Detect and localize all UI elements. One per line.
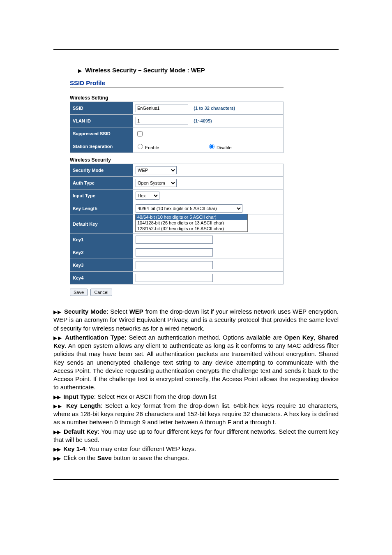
row-key3: Key3: [70, 259, 284, 272]
wireless-security-table: Security Mode WEP Auth Type Open System: [70, 164, 284, 284]
desc-text: : Select: [106, 308, 129, 315]
label-input-type: Input Type: [70, 190, 133, 202]
save-button[interactable]: Save: [70, 289, 88, 296]
desc-key14-label: Key 1-4: [62, 445, 85, 452]
desc-text: Select an authentication method. Options…: [127, 334, 284, 341]
key3-input[interactable]: [136, 261, 213, 269]
key-length-dropdown-list: 40/64-bit (10 hex digits or 5 ASCII char…: [135, 214, 248, 232]
desc-text: : You may enter four different WEP keys.: [85, 445, 196, 452]
desc-openkey-bold: Open Key: [284, 334, 314, 341]
desc-text: . An open system allows any client to au…: [53, 342, 339, 391]
row-auth-type: Auth Type Open System: [70, 177, 284, 190]
vlanid-note: (1~4095): [194, 118, 212, 123]
key2-input[interactable]: [136, 248, 213, 257]
arrow-right-icon: ▶: [78, 68, 82, 74]
desc-security-mode-label: Security Mode: [62, 308, 106, 315]
key4-input[interactable]: [136, 274, 213, 282]
desc-wep-bold: WEP: [129, 308, 143, 315]
label-key3: Key3: [70, 259, 133, 272]
ssid-note: (1 to 32 characters): [194, 106, 235, 111]
row-ssid: SSID (1 to 32 characters): [70, 102, 284, 115]
label-suppressed: Suppressed SSID: [70, 127, 133, 140]
label-ssid: SSID: [70, 102, 133, 115]
wireless-setting-header: Wireless Setting: [70, 95, 284, 101]
desc-default-key-label: Default Key: [62, 428, 98, 435]
key-length-select[interactable]: 40/64-bit (10 hex digits or 5 ASCII char…: [136, 204, 242, 213]
label-key-length: Key Length: [70, 202, 133, 215]
label-vlanid: VLAN ID: [70, 115, 133, 127]
desc-text: ,: [314, 334, 318, 341]
separation-disable-radio[interactable]: [209, 144, 214, 149]
separation-disable-label: Disable: [217, 145, 232, 150]
key-length-option-0[interactable]: 40/64-bit (10 hex digits or 5 ASCII char…: [136, 214, 247, 220]
arrow-double-icon: ▶▶: [53, 456, 61, 461]
row-input-type: Input Type Hex: [70, 190, 284, 202]
label-security-mode: Security Mode: [70, 164, 133, 177]
section-heading-text: Wireless Security – Security Mode : WEP: [85, 67, 205, 74]
input-type-select[interactable]: Hex: [136, 192, 159, 200]
row-suppressed: Suppressed SSID: [70, 127, 284, 140]
wireless-setting-table: SSID (1 to 32 characters) VLAN ID (1~409…: [70, 102, 284, 153]
arrow-double-icon: ▶▶: [53, 394, 61, 400]
arrow-double-icon: ▶▶: [53, 309, 61, 315]
auth-type-select[interactable]: Open System: [136, 179, 177, 187]
cancel-button[interactable]: Cancel: [90, 289, 112, 296]
row-key4: Key4: [70, 272, 284, 284]
label-default-key: Default Key: [70, 215, 133, 234]
description-block: ▶▶ Security Mode: Select WEP from the dr…: [53, 308, 339, 462]
separation-enable-label: Enable: [145, 145, 159, 150]
arrow-double-icon: ▶▶: [53, 429, 61, 435]
label-key2: Key2: [70, 246, 133, 259]
desc-save-bold: Save: [97, 454, 112, 461]
ssid-profile-panel: SSID Profile Wireless Setting SSID (1 to…: [70, 79, 284, 296]
bottom-divider: [53, 479, 339, 480]
key-length-option-1[interactable]: 104/128-bit (26 hex digits or 13 ASCII c…: [136, 220, 247, 226]
label-key1: Key1: [70, 234, 133, 246]
arrow-double-icon: ▶▶: [53, 446, 61, 452]
arrow-double-icon: ▶▶: [53, 335, 62, 341]
desc-text: Click on the: [62, 454, 97, 461]
row-separation: Station Separation Enable Disable: [70, 140, 284, 153]
row-key1: Key1: [70, 234, 284, 246]
row-key2: Key2: [70, 246, 284, 259]
key1-input[interactable]: [136, 236, 213, 244]
desc-input-type-label: Input Type: [62, 393, 94, 400]
row-key-length: Key Length 40/64-bit (10 hex digits or 5…: [70, 202, 284, 215]
wireless-security-header: Wireless Security: [70, 157, 284, 163]
desc-auth-type-label: Authentication Type:: [63, 334, 127, 341]
desc-text: : Select Hex or ASCII from the drop-down…: [94, 393, 217, 400]
row-security-mode: Security Mode WEP: [70, 164, 284, 177]
label-key4: Key4: [70, 272, 133, 284]
section-heading: ▶ Wireless Security – Security Mode : WE…: [53, 67, 339, 74]
label-separation: Station Separation: [70, 140, 133, 153]
separation-enable-radio[interactable]: [138, 144, 143, 149]
suppressed-checkbox[interactable]: [137, 131, 143, 136]
desc-key-length-label: Key Length: [64, 402, 101, 409]
ssid-input[interactable]: [136, 104, 188, 112]
arrow-double-icon: ▶▶: [53, 403, 63, 409]
label-auth-type: Auth Type: [70, 177, 133, 190]
panel-title: SSID Profile: [70, 79, 284, 88]
security-mode-select[interactable]: WEP: [136, 166, 177, 174]
key-length-option-2[interactable]: 128/152-bit (32 hex digits or 16 ASCII c…: [136, 226, 247, 231]
vlanid-input[interactable]: [136, 117, 188, 125]
desc-text: button to save the changes.: [112, 454, 189, 461]
row-vlanid: VLAN ID (1~4095): [70, 115, 284, 127]
top-divider: [53, 49, 339, 50]
